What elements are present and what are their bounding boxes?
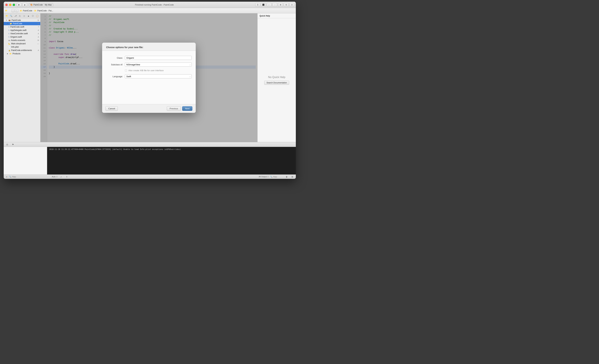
disclosure-icon: ▼ xyxy=(6,19,7,21)
modal-footer: Cancel Previous Next xyxy=(102,104,196,113)
back-button[interactable]: ← xyxy=(267,3,271,7)
breadcrumb-bar: 📁 ‹ › 📁 PaintCode › 📁 PaintCode › Pai... xyxy=(4,8,296,13)
disclosure-icon-paintcode: ▼ xyxy=(7,23,9,24)
plist-icon: 📄 xyxy=(8,46,10,48)
trash-button[interactable]: 🗑 xyxy=(284,175,289,179)
previous-button[interactable]: Previous xyxy=(167,106,181,111)
cancel-button[interactable]: Cancel xyxy=(106,106,118,111)
sidebar-test-icon[interactable]: ◇ xyxy=(22,14,26,18)
file-navigator: 📁 🔍 ⎇ ⚠ ◇ ▲ ⬡ 📋 ▼ 📦 PaintCode M ▼ 📁 Pai xyxy=(4,13,40,142)
console-toggle-button[interactable]: ⊡ xyxy=(5,143,9,146)
sidebar-item-appdelegate-swift[interactable]: S AppDelegate.swift A xyxy=(4,29,40,32)
next-button[interactable]: Next xyxy=(182,106,192,111)
left-filter[interactable]: 🔍 xyxy=(9,176,22,178)
scheme-name[interactable]: PaintCode xyxy=(34,4,43,6)
right-filter-input[interactable] xyxy=(273,176,283,178)
destination-name[interactable]: My Mac xyxy=(45,4,52,6)
sidebar-folder-icon[interactable]: 📁 xyxy=(5,14,9,18)
left-filter-input[interactable] xyxy=(12,176,22,178)
sidebar-debug-icon[interactable]: ▲ xyxy=(26,14,30,18)
all-output-label[interactable]: All Output ⇩ xyxy=(259,176,269,178)
layout-button-3[interactable]: ⊡ xyxy=(290,3,294,7)
right-filter[interactable]: 🔍 xyxy=(270,176,283,178)
sidebar-item-assets-xcassets[interactable]: 🗂 Assets.xcassets M xyxy=(4,39,40,42)
sidebar-item-origami-swift[interactable]: S Origami.swift A xyxy=(4,35,40,39)
bottom-panel: ⊡ ⚑ 2018-11-18 11:39:12.477494+0400 Pain… xyxy=(4,142,296,179)
traffic-lights xyxy=(5,4,15,6)
quick-help-content: No Quick Help Search Documentation xyxy=(257,18,296,142)
sidebar-issue-icon[interactable]: ⚠ xyxy=(18,14,22,18)
add-button[interactable]: + xyxy=(5,175,8,178)
project-icon: 📦 xyxy=(8,19,11,21)
language-label: Language: xyxy=(106,75,123,78)
breadcrumb-item-1[interactable]: PaintCode xyxy=(23,9,32,12)
filter-icon-btn[interactable]: ⚑ xyxy=(11,143,15,146)
products-folder-icon: 📁 xyxy=(9,53,12,55)
breadcrumb-icon: 📁 xyxy=(20,9,22,12)
entitlements-icon: 🔒 xyxy=(8,49,10,51)
middle-status: Auto ⇩ ↙ ℹ xyxy=(52,175,255,179)
subclass-select-wrapper: NSImageView NSView NSObject ⌄ xyxy=(125,62,192,67)
filter-icon-right: 🔍 xyxy=(270,176,273,178)
sidebar-item-main-storyboard[interactable]: 📐 Main.storyboard — xyxy=(4,42,40,45)
xib-checkbox-label: Also create XIB file for user interface xyxy=(128,69,164,72)
toggle-debug-button[interactable]: ⬛ xyxy=(261,3,266,7)
split-pane-button[interactable]: ⊞ xyxy=(290,175,294,179)
bottom-content-area: 2018-11-18 11:39:12.477494+0400 PaintCod… xyxy=(4,147,296,175)
code-editor: 1 2 3 4 5 6 7 8 9 10 11 12 13 14 15 16 1 xyxy=(40,13,257,142)
layout-button-1[interactable]: ⊞ xyxy=(278,3,283,7)
breadcrumb-item-3[interactable]: Pai... xyxy=(49,9,53,12)
nav-back-button[interactable]: ‹ xyxy=(11,9,15,12)
sidebar-item-info-plist[interactable]: 📄 Info.plist xyxy=(4,45,40,49)
close-button[interactable] xyxy=(5,4,8,6)
swift-file-icon: S xyxy=(8,36,9,38)
toggle-navigator-button[interactable]: ☰ xyxy=(255,3,260,7)
subclass-select[interactable]: NSImageView NSView NSObject xyxy=(125,62,192,67)
step-icon[interactable]: ℹ xyxy=(65,175,69,179)
sidebar-report-icon[interactable]: 📋 xyxy=(35,14,39,18)
forward-button[interactable]: → xyxy=(273,3,277,7)
stop-button[interactable]: ■ xyxy=(22,3,27,7)
nav-buttons: Previous Next xyxy=(167,106,192,111)
class-input[interactable] xyxy=(125,56,192,60)
minimize-button[interactable] xyxy=(9,4,11,6)
modal-body: Class: Subclass of: NSImageView NSView N… xyxy=(102,51,196,104)
search-documentation-button[interactable]: Search Documentation xyxy=(264,81,289,85)
sidebar-breakpoint-icon[interactable]: ⬡ xyxy=(31,14,35,18)
auto-label[interactable]: Auto ⇩ xyxy=(52,176,58,178)
storyboard-icon: 📐 xyxy=(8,43,10,45)
sidebar-item-root-project[interactable]: ▼ 📦 PaintCode M xyxy=(4,18,40,22)
subclass-label: Subclass of: xyxy=(106,63,123,66)
xib-checkbox-row: Also create XIB file for user interface xyxy=(106,69,192,72)
maximize-button[interactable] xyxy=(13,4,15,6)
sidebar-item-paintcode-group[interactable]: ▼ 📁 PaintCode M xyxy=(4,22,40,25)
console-pane[interactable]: 2018-11-18 11:39:12.477494+0400 PaintCod… xyxy=(47,147,296,175)
sidebar-item-products[interactable]: ▶ 📁 Products xyxy=(4,52,40,55)
sidebar-search-icon[interactable]: 🔍 xyxy=(9,14,13,18)
class-row: Class: xyxy=(106,56,192,60)
sidebar-item-entitlements[interactable]: 🔒 PaintCode.entitlements A xyxy=(4,49,40,52)
sidebar-item-viewcontroller-swift[interactable]: S ViewController.swift A xyxy=(4,32,40,35)
layout-button-2[interactable]: ⊟ xyxy=(284,3,289,7)
step-in-button[interactable]: ↙ xyxy=(59,175,63,179)
main-area: 📁 🔍 ⎇ ⚠ ◇ ▲ ⬡ 📋 ▼ 📦 PaintCode M ▼ 📁 Pai xyxy=(4,13,296,142)
assets-icon: 🗂 xyxy=(8,39,10,41)
xib-checkbox[interactable] xyxy=(125,69,127,71)
sidebar-item-paintcode-swift[interactable]: S PaintCode.swift ? xyxy=(4,25,40,29)
nav-icon: 📁 xyxy=(5,9,7,12)
sidebar-scm-icon[interactable]: ⎇ xyxy=(14,14,18,18)
filter-icon: 🔍 xyxy=(9,176,11,178)
main-window: ▶ ■ 🎨 PaintCode › My Mac Finished runnin… xyxy=(4,2,296,179)
build-run-button[interactable]: ▶ xyxy=(17,3,21,7)
language-row: Language: Swift Objective-C ⌄ xyxy=(106,74,192,78)
breadcrumb-item-2[interactable]: PaintCode xyxy=(37,9,47,12)
modal-header: Choose options for your new file: xyxy=(102,43,196,51)
variables-pane xyxy=(4,147,47,175)
modal-title: Choose options for your new file: xyxy=(106,46,192,49)
app-icon: 🎨 xyxy=(30,4,33,6)
language-select[interactable]: Swift Objective-C xyxy=(125,74,192,78)
swift-file-icon: S xyxy=(8,26,9,28)
nav-forward-button[interactable]: › xyxy=(15,9,18,12)
swift-file-icon: S xyxy=(8,29,9,31)
class-label: Class: xyxy=(106,57,123,59)
